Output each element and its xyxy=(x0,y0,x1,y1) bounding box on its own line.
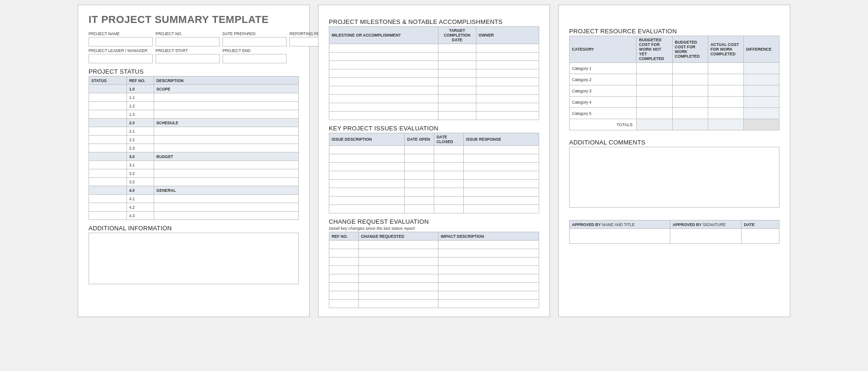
col-date-closed: DATE CLOSED xyxy=(434,133,463,146)
table-row[interactable] xyxy=(329,257,539,266)
col-approved-name: APPROVED BY NAME AND TITLE xyxy=(570,220,670,229)
table-row[interactable] xyxy=(329,180,539,188)
input-project-end[interactable] xyxy=(223,54,287,63)
input-project-leader[interactable] xyxy=(89,54,153,63)
input-date-prepared[interactable] xyxy=(223,37,287,46)
table-row[interactable] xyxy=(329,205,539,213)
col-change-req: CHANGE REQUESTED xyxy=(358,232,438,241)
table-row[interactable]: 2.3 xyxy=(89,144,299,152)
label-project-leader: PROJECT LEADER / MANAGER xyxy=(89,48,153,53)
col-issue-response: ISSUE RESPONSE xyxy=(463,133,539,146)
col-issue-desc: ISSUE DESCRIPTION xyxy=(329,133,405,146)
table-row[interactable] xyxy=(329,274,539,283)
table-row[interactable] xyxy=(329,241,539,249)
table-row[interactable]: Category 1 xyxy=(570,63,779,74)
table-row[interactable]: 1.1 xyxy=(89,93,299,102)
doc-title: IT PROJECT SUMMARY TEMPLATE xyxy=(89,14,299,26)
input-project-no[interactable] xyxy=(156,37,220,46)
table-resource: CATEGORY BUDGETED COST FOR WORK NOT YET … xyxy=(569,36,779,130)
table-row[interactable]: Category 3 xyxy=(570,85,779,97)
table-row[interactable] xyxy=(329,112,539,120)
label-project-name: PROJECT NAME xyxy=(89,31,153,36)
col-change-ref: REF NO. xyxy=(329,232,359,241)
table-row[interactable]: 3.2 xyxy=(89,169,299,178)
table-row[interactable] xyxy=(329,171,539,180)
col-budget-not: BUDGETED COST FOR WORK NOT YET COMPLETED xyxy=(637,36,672,63)
table-changes: REF NO. CHANGE REQUESTED IMPACT DESCRIPT… xyxy=(329,232,539,308)
table-row[interactable] xyxy=(329,188,539,197)
table-milestones: MILESTONE OR ACCOMPLISHMENT TARGET COMPL… xyxy=(329,26,539,120)
table-project-status: STATUS REF NO. DESCRIPTION 1.0SCOPE1.11.… xyxy=(89,76,299,220)
label-date-prepared: DATE PREPARED xyxy=(223,31,287,36)
col-date-open: DATE OPEN xyxy=(405,133,434,146)
table-row[interactable] xyxy=(329,44,539,53)
label-project-no: PROJECT NO. xyxy=(156,31,220,36)
col-owner: OWNER xyxy=(476,27,539,44)
table-row[interactable] xyxy=(329,61,539,69)
col-budget-done: BUDGETED COST FOR WORK COMPLETED xyxy=(672,36,708,63)
page-2: PROJECT MILESTONES & NOTABLE ACCOMPLISHM… xyxy=(318,5,550,317)
label-project-end: PROJECT END xyxy=(223,48,287,53)
table-row[interactable] xyxy=(329,291,539,300)
table-row[interactable] xyxy=(570,229,779,244)
table-row[interactable]: 4.2 xyxy=(89,203,299,212)
col-desc: DESCRIPTION xyxy=(154,76,298,85)
input-project-start[interactable] xyxy=(156,54,220,63)
heading-project-status: PROJECT STATUS xyxy=(89,68,299,75)
table-row[interactable]: 4.1 xyxy=(89,195,299,203)
table-row[interactable]: Category 2 xyxy=(570,74,779,85)
table-row[interactable]: 3.1 xyxy=(89,161,299,169)
table-row[interactable]: 1.0SCOPE xyxy=(89,85,299,93)
table-row[interactable]: Category 5 xyxy=(570,108,779,119)
table-approval: APPROVED BY NAME AND TITLE APPROVED BY S… xyxy=(569,220,779,244)
textarea-comments[interactable] xyxy=(569,147,779,208)
input-project-name[interactable] xyxy=(89,37,153,46)
table-row[interactable] xyxy=(329,300,539,308)
heading-comments: ADDITIONAL COMMENTS xyxy=(569,139,779,146)
table-row[interactable]: 3.3 xyxy=(89,178,299,186)
table-row[interactable]: 1.3 xyxy=(89,110,299,119)
table-row[interactable] xyxy=(329,86,539,95)
col-status: STATUS xyxy=(89,76,127,85)
table-row[interactable] xyxy=(329,95,539,103)
col-category: CATEGORY xyxy=(570,36,637,63)
col-actual: ACTUAL COST FOR WORK COMPLETED xyxy=(708,36,743,63)
col-approved-sig: APPROVED BY SIGNATURE xyxy=(670,220,742,229)
table-row[interactable] xyxy=(329,163,539,171)
table-row[interactable]: 2.0SCHEDULE xyxy=(89,119,299,127)
table-row[interactable] xyxy=(329,103,539,112)
col-difference: DIFFERENCE xyxy=(743,36,779,63)
table-row[interactable] xyxy=(329,249,539,257)
col-milestone: MILESTONE OR ACCOMPLISHMENT xyxy=(329,27,438,44)
col-change-impact: IMPACT DESCRIPTION xyxy=(438,232,539,241)
table-row[interactable]: 2.2 xyxy=(89,136,299,144)
field-row-2: PROJECT LEADER / MANAGER PROJECT START P… xyxy=(89,48,299,63)
table-row[interactable] xyxy=(329,146,539,154)
table-row[interactable]: 2.1 xyxy=(89,127,299,136)
heading-changes: CHANGE REQUEST EVALUATION xyxy=(329,218,539,225)
table-row[interactable] xyxy=(329,283,539,291)
totals-row: TOTALS xyxy=(570,119,779,130)
table-row[interactable] xyxy=(329,154,539,163)
table-row[interactable]: 1.2 xyxy=(89,102,299,110)
col-target-date: TARGET COMPLETION DATE xyxy=(438,27,476,44)
table-row[interactable] xyxy=(329,78,539,86)
table-row[interactable] xyxy=(329,69,539,78)
table-row[interactable] xyxy=(329,266,539,274)
table-row[interactable]: Category 4 xyxy=(570,97,779,108)
heading-milestones: PROJECT MILESTONES & NOTABLE ACCOMPLISHM… xyxy=(329,18,539,25)
field-row-1: PROJECT NAME PROJECT NO. DATE PREPARED R… xyxy=(89,31,299,46)
heading-issues: KEY PROJECT ISSUES EVALUATION xyxy=(329,125,539,132)
table-row[interactable]: 3.0BUDGET xyxy=(89,152,299,161)
table-row[interactable]: 4.3 xyxy=(89,212,299,220)
heading-additional-info: ADDITIONAL INFORMATION xyxy=(89,225,299,232)
textarea-additional-info[interactable] xyxy=(89,233,299,284)
table-row[interactable] xyxy=(329,197,539,205)
col-approved-date: DATE xyxy=(742,220,779,229)
subtext-changes: Detail key changes since the last status… xyxy=(329,226,539,231)
page-3: PROJECT RESOURCE EVALUATION CATEGORY BUD… xyxy=(558,5,790,317)
table-row[interactable]: 4.0GENERAL xyxy=(89,186,299,195)
page-1: IT PROJECT SUMMARY TEMPLATE PROJECT NAME… xyxy=(78,5,310,317)
table-row[interactable] xyxy=(329,53,539,61)
table-issues: ISSUE DESCRIPTION DATE OPEN DATE CLOSED … xyxy=(329,133,539,213)
